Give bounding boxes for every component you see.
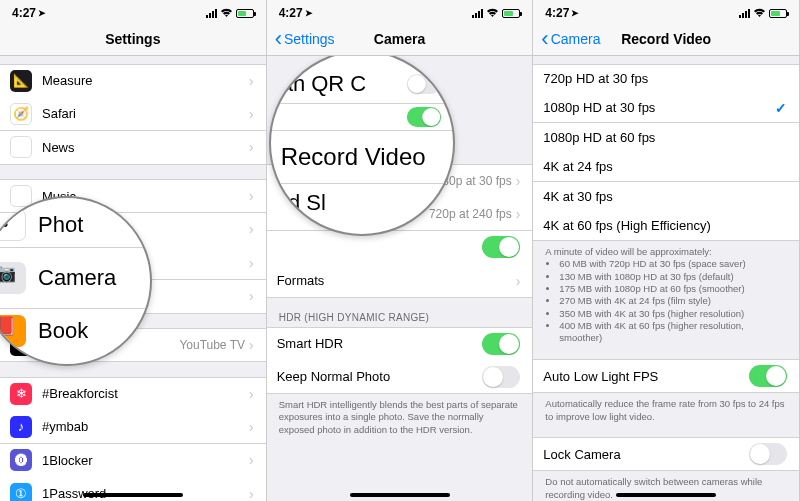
location-icon: ➤ bbox=[571, 8, 579, 18]
video-format-option[interactable]: 720p HD at 30 fps bbox=[533, 64, 799, 94]
chevron-icon bbox=[249, 386, 254, 402]
back-button[interactable]: Camera bbox=[541, 31, 600, 47]
home-indicator bbox=[83, 493, 183, 497]
mag-row-camera[interactable]: 📷 Camera bbox=[0, 248, 150, 309]
location-icon: ➤ bbox=[38, 8, 46, 18]
status-bar: 4:27 ➤ bbox=[267, 0, 533, 22]
record-video-screen: 4:27 ➤ Camera Record Video 720p HD at 30… bbox=[533, 0, 800, 501]
toggle[interactable] bbox=[482, 236, 520, 258]
row-keep-normal[interactable]: Keep Normal Photo bbox=[267, 360, 533, 394]
row-stereo-bg[interactable] bbox=[267, 231, 533, 265]
settings-row[interactable]: ♪#ymbab bbox=[0, 410, 266, 444]
settings-row[interactable]: ❄#Breakforcist bbox=[0, 377, 266, 411]
chevron-icon bbox=[249, 452, 254, 468]
status-time: 4:27 bbox=[279, 6, 303, 20]
chevron-icon bbox=[249, 419, 254, 435]
signal-icon bbox=[206, 9, 217, 18]
chevron-icon bbox=[516, 173, 521, 189]
size-item: 350 MB with 4K at 30 fps (higher resolut… bbox=[559, 308, 787, 320]
back-button[interactable]: Settings bbox=[275, 31, 335, 47]
wifi-icon bbox=[220, 8, 233, 18]
settings-group-thirdparty: ❄#Breakforcist♪#ymbab⓿1Blocker①1Password bbox=[0, 377, 266, 502]
chevron-icon bbox=[249, 188, 254, 204]
row-smart-hdr[interactable]: Smart HDR bbox=[267, 327, 533, 361]
nav-bar: Settings bbox=[0, 22, 266, 56]
nav-bar: Camera Record Video bbox=[533, 22, 799, 56]
row-detail: 720p at 240 fps bbox=[429, 207, 512, 221]
row-label: 1080p HD at 60 fps bbox=[543, 130, 787, 145]
check-icon bbox=[775, 100, 787, 116]
home-indicator bbox=[350, 493, 450, 497]
toggle-keep-normal[interactable] bbox=[482, 366, 520, 388]
settings-screen: 4:27 ➤ Settings 📐Measure🧭SafariNNews ♫Mu… bbox=[0, 0, 267, 501]
-ymbab-icon: ♪ bbox=[10, 416, 32, 438]
news-icon: N bbox=[10, 136, 32, 158]
size-item: 175 MB with 1080p HD at 60 fps (smoother… bbox=[559, 283, 787, 295]
camera-icon: 📷 bbox=[0, 262, 26, 294]
status-time: 4:27 bbox=[545, 6, 569, 20]
row-label: 4K at 24 fps bbox=[543, 159, 787, 174]
settings-row[interactable]: 🧭Safari bbox=[0, 97, 266, 131]
settings-row[interactable]: ①1Password bbox=[0, 477, 266, 501]
row-label: 720p HD at 30 fps bbox=[543, 71, 787, 86]
status-bar: 4:27 ➤ bbox=[0, 0, 266, 22]
row-label: 4K at 60 fps (High Efficiency) bbox=[543, 218, 787, 233]
chevron-icon bbox=[249, 221, 254, 237]
mag-label: Record Video bbox=[281, 143, 426, 171]
size-item: 270 MB with 4K at 24 fps (film style) bbox=[559, 295, 787, 307]
battery-icon bbox=[236, 9, 254, 18]
size-item: 60 MB with 720p HD at 30 fps (space save… bbox=[559, 258, 787, 270]
size-note: A minute of video will be approximately:… bbox=[533, 241, 799, 345]
settings-row[interactable]: NNews bbox=[0, 131, 266, 165]
video-format-option[interactable]: 4K at 24 fps bbox=[533, 152, 799, 182]
home-indicator bbox=[616, 493, 716, 497]
settings-row[interactable]: 📐Measure bbox=[0, 64, 266, 98]
toggle-lock-camera[interactable] bbox=[749, 443, 787, 465]
row-label: #ymbab bbox=[42, 419, 249, 434]
section-header-hdr: HDR (HIGH DYNAMIC RANGE) bbox=[267, 298, 533, 327]
wifi-icon bbox=[753, 8, 766, 18]
size-item: 400 MB with 4K at 60 fps (higher resolut… bbox=[559, 320, 787, 345]
row-detail: YouTube TV bbox=[179, 338, 245, 352]
row-auto-low-light[interactable]: Auto Low Light FPS bbox=[533, 359, 799, 393]
row-formats[interactable]: Formats bbox=[267, 264, 533, 298]
settings-row[interactable]: ⓿1Blocker bbox=[0, 444, 266, 478]
row-label: 1080p HD at 30 fps bbox=[543, 100, 775, 115]
hdr-footer-note: Smart HDR intelligently blends the best … bbox=[267, 394, 533, 436]
toggle[interactable] bbox=[407, 107, 441, 127]
video-format-option[interactable]: 4K at 60 fps (High Efficiency) bbox=[533, 211, 799, 241]
wifi-icon bbox=[486, 8, 499, 18]
row-lock-camera[interactable]: Lock Camera bbox=[533, 437, 799, 471]
chevron-icon bbox=[249, 255, 254, 271]
mag-row-grid bbox=[271, 104, 453, 131]
mag-label: Camera bbox=[38, 265, 116, 291]
row-label: Safari bbox=[42, 106, 249, 121]
mag-label: Phot bbox=[38, 212, 83, 238]
signal-icon bbox=[472, 9, 483, 18]
toggle-auto-low-light[interactable] bbox=[749, 365, 787, 387]
magnifier-record-video: an QR C Record Video rd Sl bbox=[269, 56, 455, 236]
video-options-group: 720p HD at 30 fps1080p HD at 30 fps1080p… bbox=[533, 64, 799, 242]
mag-label: Book bbox=[38, 318, 88, 344]
row-label: Formats bbox=[277, 273, 516, 288]
status-bar: 4:27 ➤ bbox=[533, 0, 799, 22]
battery-icon bbox=[502, 9, 520, 18]
video-format-option[interactable]: 1080p HD at 60 fps bbox=[533, 123, 799, 153]
page-title: Settings bbox=[0, 31, 266, 47]
row-label: News bbox=[42, 140, 249, 155]
chevron-icon bbox=[249, 288, 254, 304]
settings-group-apple: 📐Measure🧭SafariNNews bbox=[0, 64, 266, 165]
toggle-smart-hdr[interactable] bbox=[482, 333, 520, 355]
size-item: 130 MB with 1080p HD at 30 fps (default) bbox=[559, 271, 787, 283]
autolow-note: Automatically reduce the frame rate from… bbox=[533, 393, 799, 423]
location-icon: ➤ bbox=[305, 8, 313, 18]
signal-icon bbox=[739, 9, 750, 18]
row-label: Measure bbox=[42, 73, 249, 88]
mag-row-record[interactable]: Record Video bbox=[271, 131, 453, 184]
video-format-option[interactable]: 1080p HD at 30 fps bbox=[533, 93, 799, 123]
safari-icon: 🧭 bbox=[10, 103, 32, 125]
chevron-icon bbox=[249, 73, 254, 89]
battery-icon bbox=[769, 9, 787, 18]
1password-icon: ① bbox=[10, 483, 32, 502]
video-format-option[interactable]: 4K at 30 fps bbox=[533, 182, 799, 212]
